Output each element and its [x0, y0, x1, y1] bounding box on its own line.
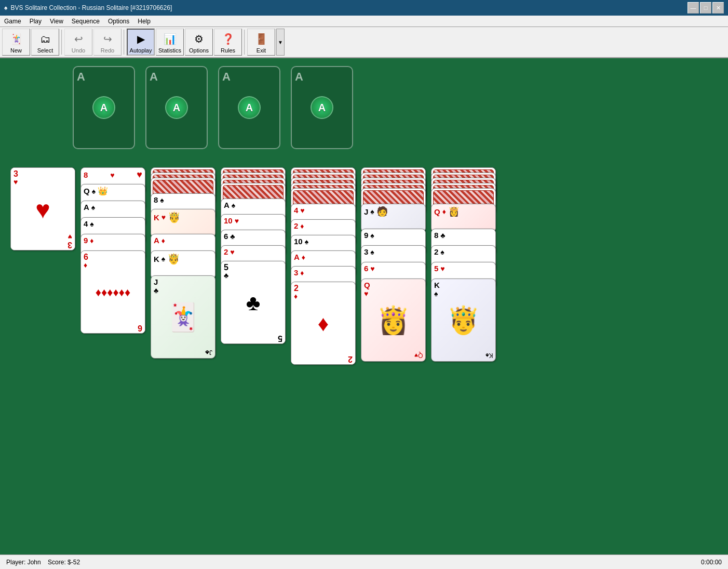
card-suit: ♥ [364, 289, 423, 298]
redo-button[interactable]: ↪ Redo [93, 29, 122, 56]
column-1: 3 ♥ ♥ 3 ♥ [10, 167, 75, 250]
autoplay-label: Autoplay [130, 47, 152, 54]
rules-button[interactable]: ❓ Rules [214, 29, 242, 56]
toolbar-divider-2 [124, 30, 125, 55]
foundation-1[interactable]: A A [73, 66, 135, 149]
card-3h[interactable]: 3 ♥ ♥ 3 ♥ [10, 167, 75, 250]
select-label: Select [37, 47, 53, 54]
exit-label: Exit [257, 47, 266, 54]
menu-help[interactable]: Help [133, 17, 155, 26]
card-rank: 2 [294, 221, 298, 230]
menu-game[interactable]: Game [0, 17, 25, 26]
card-suit-bottom: ♥ [68, 233, 72, 241]
card-suit: ♦ [84, 261, 88, 269]
card-suit: ♥ [14, 178, 18, 186]
new-icon: 🃏 [8, 31, 24, 47]
card-rank: 4 [294, 206, 298, 215]
card-6d[interactable]: 6 ♦ ♦♦♦♦♦♦ 6 [80, 250, 145, 334]
card-rank-bottom: 2 [348, 355, 353, 363]
select-button[interactable]: 🗂 Select [31, 29, 59, 56]
card-suit: ♦ [294, 293, 299, 300]
rules-label: Rules [221, 47, 235, 54]
menu-bar: Game Play View Sequence Options Help [0, 16, 728, 27]
toolbar-scroll[interactable]: ▼ [276, 29, 285, 56]
foundation-2[interactable]: A A [145, 66, 208, 149]
autoplay-button[interactable]: ▶ Autoplay [127, 29, 155, 56]
menu-view[interactable]: View [46, 17, 68, 26]
card-rank: A [294, 253, 300, 261]
close-button[interactable]: ✕ [712, 2, 724, 14]
card-rank: J [364, 207, 368, 216]
undo-button[interactable]: ↩ Undo [64, 29, 92, 56]
foundation-2-rank: A [150, 70, 158, 84]
card-qd[interactable]: Q ♦ 👸 [431, 204, 496, 232]
statistics-button[interactable]: 📊 Statistics [156, 29, 184, 56]
exit-button[interactable]: 🚪 Exit [247, 29, 275, 56]
card-rank: 10 [294, 237, 303, 246]
options-label: Options [189, 47, 209, 54]
card-rank: 10 [224, 216, 233, 225]
card-suit: ♦ [302, 253, 305, 261]
card-rank: 2 [224, 247, 228, 256]
status-right: 0:00:00 [701, 559, 722, 566]
options-button[interactable]: ⚙ Options [185, 29, 213, 56]
maximize-button[interactable]: □ [700, 2, 711, 14]
minimize-button[interactable]: — [687, 2, 699, 14]
card-rank: A [224, 201, 230, 209]
card-qh[interactable]: Q ♥ 👸 Q♥ [361, 279, 426, 362]
card-suit: ♦ [90, 236, 93, 245]
foundation-4[interactable]: A A [291, 66, 353, 149]
card-rank: 8 [154, 195, 158, 204]
menu-sequence[interactable]: Sequence [68, 17, 104, 26]
card-suit: ♠ [90, 220, 93, 228]
title-bar-left: ♠ BVS Solitaire Collection - Russian Sol… [4, 4, 172, 11]
card-bottom-label: Q♥ [414, 352, 423, 359]
face-queen-icon: 👸 [376, 305, 410, 336]
undo-icon: ↩ [70, 31, 87, 47]
card-rank: 2 [434, 247, 438, 256]
score-label: Score: $-52 [48, 559, 80, 566]
status-bar: Player: John Score: $-52 0:00:00 [0, 554, 728, 569]
card-kh[interactable]: K ♥ 🤴 [151, 209, 215, 237]
exit-icon: 🚪 [253, 31, 269, 47]
foundation-3[interactable]: A A [218, 66, 280, 149]
menu-play[interactable]: Play [25, 17, 46, 26]
card-5c[interactable]: 5 ♣ ♣ 5 [221, 261, 286, 344]
menu-options[interactable]: Options [104, 17, 133, 26]
face-jack-icon: 🧑 [376, 206, 388, 217]
card-ks[interactable]: K ♠ 🤴 [151, 250, 215, 279]
new-button[interactable]: 🃏 New [2, 29, 30, 56]
player-label: Player: John [6, 559, 41, 566]
card-jc[interactable]: J ♣ 🃏 J♣ [151, 275, 215, 359]
card-rank: Q [434, 207, 440, 216]
card-rank: 3 [14, 170, 18, 178]
card-center-suit: ♦♦♦♦♦♦ [96, 286, 130, 299]
card-js[interactable]: J ♠ 🧑 [361, 204, 426, 232]
card-suit: ♦ [442, 207, 446, 216]
card-rank: K [154, 255, 159, 263]
redo-label: Redo [101, 47, 114, 54]
card-suit: ♠ [160, 196, 164, 204]
card-suit: ♥ [300, 206, 304, 215]
card-suit: ♣ [154, 286, 212, 295]
face-card-icon: 👑 [98, 186, 108, 196]
card-ks-bottom[interactable]: K ♠ 🤴 K♠ [431, 279, 496, 362]
statistics-label: Statistics [158, 47, 181, 54]
foundation-3-center: A [238, 96, 261, 119]
face-card-king2: 🤴 [167, 253, 180, 265]
foundation-2-center: A [165, 96, 188, 119]
card-suit: ♥ [440, 264, 444, 273]
card-rank: K [434, 281, 493, 289]
card-2d-bottom[interactable]: 2 ♦ ♦ 2 [291, 282, 356, 365]
card-rank: 3 [294, 268, 298, 277]
card-rank: 4 [84, 219, 88, 228]
card-suit: ♦ [161, 236, 165, 245]
autoplay-icon: ▶ [132, 31, 149, 47]
card-suit-right: ♥ [137, 169, 142, 180]
card-center-suit: ♣ [246, 290, 261, 315]
card-suit: ♠ [92, 187, 96, 195]
card-rank: Q [84, 187, 90, 195]
face-card-king: 🤴 [168, 211, 181, 223]
face-queen-icon2: 👸 [448, 206, 460, 217]
app-icon: ♠ [4, 4, 7, 11]
